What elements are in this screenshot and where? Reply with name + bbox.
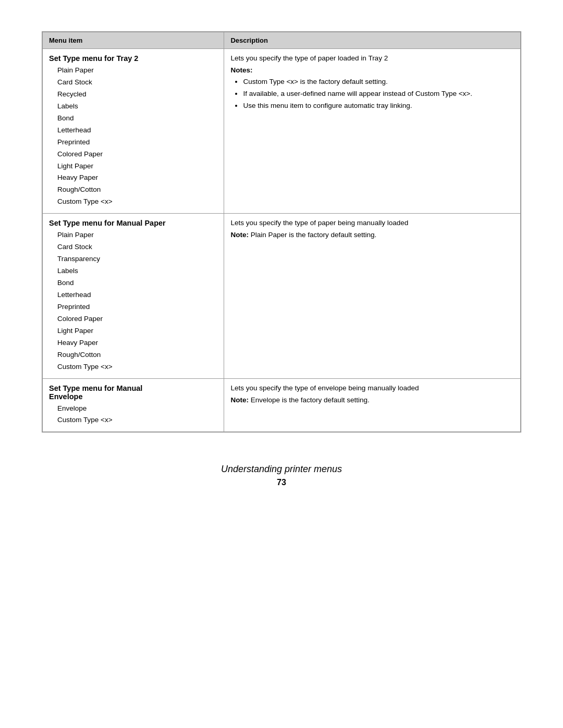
list-item: Card Stock (57, 77, 217, 89)
main-table: Menu item Description Set Type menu for … (42, 31, 521, 433)
note-label: Note: (230, 396, 249, 404)
list-item: Plain Paper (57, 229, 217, 241)
footer-title: Understanding printer menus (42, 464, 521, 475)
list-item: Bond (57, 113, 217, 125)
table-row: Set Type menu for Manual Envelope Envelo… (43, 378, 521, 432)
list-item: Preprinted (57, 301, 217, 313)
list-item: Plain Paper (57, 65, 217, 77)
section-title-tray2: Set Type menu for Tray 2 (49, 54, 217, 63)
section-title-manual-envelope: Set Type menu for Manual Envelope (49, 384, 217, 401)
bullet-item: If available, a user-defined name will a… (243, 88, 514, 100)
bullet-item: Custom Type <x> is the factory default s… (243, 76, 514, 88)
menu-item-list-tray2: Plain Paper Card Stock Recycled Labels B… (49, 65, 217, 208)
col-header-menu: Menu item (43, 32, 224, 49)
desc-cell-manual-envelope: Lets you specify the type of envelope be… (224, 378, 521, 432)
list-item: Heavy Paper (57, 172, 217, 184)
list-item: Custom Type <x> (57, 196, 217, 208)
list-item: Rough/Cotton (57, 349, 217, 361)
col-header-desc: Description (224, 32, 521, 49)
desc-cell-tray2: Lets you specify the type of paper loade… (224, 49, 521, 214)
menu-item-list-manual-paper: Plain Paper Card Stock Transparency Labe… (49, 229, 217, 373)
menu-cell-manual-paper: Set Type menu for Manual Paper Plain Pap… (43, 214, 224, 378)
bullet-list-tray2: Custom Type <x> is the factory default s… (230, 76, 514, 112)
list-item: Labels (57, 265, 217, 277)
note-inline-manual-envelope: Note: Envelope is the factory default se… (230, 396, 514, 404)
list-item: Rough/Cotton (57, 184, 217, 196)
table-row: Set Type menu for Tray 2 Plain Paper Car… (43, 49, 521, 214)
desc-intro-manual-paper: Lets you specify the type of paper being… (230, 219, 514, 227)
menu-cell-manual-envelope: Set Type menu for Manual Envelope Envelo… (43, 378, 224, 432)
list-item: Preprinted (57, 137, 217, 149)
list-item: Transparency (57, 253, 217, 265)
desc-intro-manual-envelope: Lets you specify the type of envelope be… (230, 384, 514, 392)
bullet-item: Use this menu item to configure automati… (243, 100, 514, 112)
list-item: Bond (57, 277, 217, 289)
table-row: Set Type menu for Manual Paper Plain Pap… (43, 214, 521, 378)
list-item: Letterhead (57, 289, 217, 301)
list-item: Colored Paper (57, 149, 217, 161)
list-item: Light Paper (57, 325, 217, 337)
footer-page-number: 73 (42, 478, 521, 487)
desc-intro-tray2: Lets you specify the type of paper loade… (230, 54, 514, 62)
notes-label-tray2: Notes: (230, 66, 514, 74)
list-item: Light Paper (57, 161, 217, 172)
menu-item-list-manual-envelope: Envelope Custom Type <x> (49, 403, 217, 427)
list-item: Card Stock (57, 241, 217, 253)
desc-cell-manual-paper: Lets you specify the type of paper being… (224, 214, 521, 378)
list-item: Custom Type <x> (57, 361, 217, 373)
list-item: Heavy Paper (57, 337, 217, 349)
section-title-manual-paper: Set Type menu for Manual Paper (49, 219, 217, 227)
list-item: Letterhead (57, 125, 217, 137)
list-item: Labels (57, 101, 217, 113)
list-item: Custom Type <x> (57, 414, 217, 426)
menu-cell-tray2: Set Type menu for Tray 2 Plain Paper Car… (43, 49, 224, 214)
page-footer: Understanding printer menus 73 (42, 464, 521, 487)
note-inline-manual-paper: Note: Plain Paper is the factory default… (230, 231, 514, 239)
list-item: Colored Paper (57, 313, 217, 325)
note-label: Note: (230, 231, 249, 239)
list-item: Recycled (57, 89, 217, 101)
list-item: Envelope (57, 403, 217, 415)
